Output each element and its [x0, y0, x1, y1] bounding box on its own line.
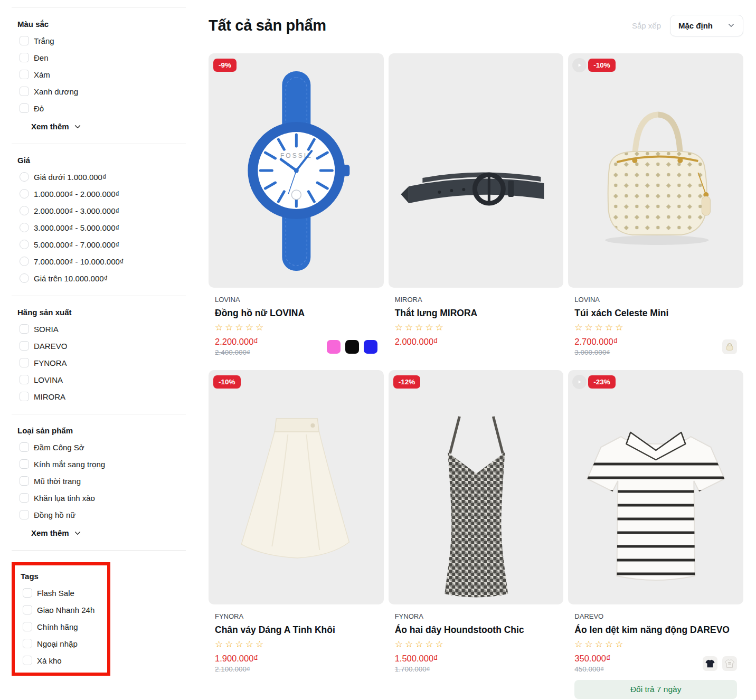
- checkbox[interactable]: [20, 358, 29, 367]
- filter-title-color: Màu sắc: [17, 20, 186, 29]
- checkbox[interactable]: [20, 459, 29, 469]
- product-card-skirt[interactable]: -10% FYNORA Chân váy Dáng A Tinh Khôi ☆☆…: [209, 370, 384, 699]
- price-row: 1.900.000₫ 2.100.000₫: [215, 654, 377, 673]
- product-price: 1.900.000₫: [215, 654, 258, 664]
- brand-option-soria[interactable]: SORIA: [17, 324, 186, 334]
- color-swatch-black[interactable]: [345, 340, 359, 354]
- radio[interactable]: [20, 223, 29, 232]
- price-range-option[interactable]: 1.000.000₫ - 2.000.000₫: [17, 189, 186, 198]
- filter-option-trang[interactable]: Trắng: [17, 36, 186, 45]
- product-price: 1.500.000₫: [395, 654, 438, 664]
- return-policy-badge[interactable]: Đổi trả 7 ngày: [574, 680, 737, 699]
- checkbox[interactable]: [20, 324, 29, 334]
- type-option[interactable]: Đồng hồ nữ: [17, 510, 186, 519]
- variant-thumbnails: [703, 656, 737, 671]
- checkbox[interactable]: [20, 103, 29, 113]
- radio[interactable]: [20, 240, 29, 249]
- rating-stars: ☆☆☆☆☆: [215, 322, 377, 333]
- checkbox[interactable]: [20, 476, 29, 486]
- brand-option-fynora[interactable]: FYNORA: [17, 358, 186, 367]
- type-option[interactable]: Kính mắt sang trọng: [17, 459, 186, 469]
- tag-option-flash-sale[interactable]: Flash Sale: [21, 588, 107, 598]
- belt-image: [389, 53, 564, 288]
- price-range-option[interactable]: Giá dưới 1.000.000₫: [17, 172, 186, 182]
- product-old-price: 450.000₫: [574, 665, 610, 673]
- brand-option-lovina[interactable]: LOVINA: [17, 375, 186, 384]
- price-range-option[interactable]: 5.000.000₫ - 7.000.000₫: [17, 240, 186, 249]
- checkbox[interactable]: [20, 87, 29, 96]
- filter-option-do[interactable]: Đỏ: [17, 103, 186, 113]
- filter-option-xanh-duong[interactable]: Xanh dương: [17, 87, 186, 96]
- page-title: Tất cả sản phẩm: [209, 17, 326, 34]
- type-option[interactable]: Mũ thời trang: [17, 476, 186, 486]
- tag-option-ngoai-nhap[interactable]: Ngoại nhập: [21, 639, 107, 648]
- checkbox[interactable]: [20, 53, 29, 62]
- type-option[interactable]: Khăn lụa tinh xào: [17, 493, 186, 503]
- price-range-option[interactable]: 3.000.000₫ - 5.000.000₫: [17, 223, 186, 232]
- checkbox[interactable]: [23, 622, 32, 631]
- checkbox[interactable]: [20, 375, 29, 384]
- product-photo-area: -12%: [389, 370, 564, 604]
- checkbox[interactable]: [23, 656, 32, 665]
- product-name[interactable]: Thắt lưng MIRORA: [395, 308, 557, 319]
- product-price: 2.000.000₫: [395, 337, 438, 347]
- page-header: Tất cả sản phẩm Sắp xếp Mặc định: [209, 0, 743, 37]
- checkbox[interactable]: [20, 36, 29, 45]
- radio[interactable]: [20, 172, 29, 182]
- checkbox[interactable]: [20, 442, 29, 452]
- product-card-tanktop[interactable]: -12% FYNORA Áo hai dây Houndstooth Chic …: [389, 370, 564, 699]
- variant-thumb-bag[interactable]: [722, 339, 737, 354]
- checkbox[interactable]: [23, 605, 32, 614]
- checkbox[interactable]: [20, 493, 29, 503]
- color-swatch-pink[interactable]: [327, 340, 341, 354]
- product-old-price: 1.700.000₫: [395, 665, 438, 673]
- filter-option-xam[interactable]: Xám: [17, 70, 186, 79]
- rating-stars: ☆☆☆☆☆: [395, 322, 557, 333]
- radio[interactable]: [20, 273, 29, 283]
- sort-selected-value: Mặc định: [678, 21, 713, 30]
- filter-title-price: Giá: [17, 156, 186, 165]
- radio[interactable]: [20, 189, 29, 198]
- radio[interactable]: [20, 206, 29, 215]
- checkbox[interactable]: [20, 70, 29, 79]
- tag-option-xa-kho[interactable]: Xả kho: [21, 656, 107, 665]
- sort-control: Sắp xếp Mặc định: [632, 15, 743, 36]
- product-name[interactable]: Chân váy Dáng A Tinh Khôi: [215, 625, 377, 636]
- show-more-colors-button[interactable]: Xem thêm: [31, 122, 81, 131]
- checkbox[interactable]: [20, 510, 29, 519]
- show-more-types-button[interactable]: Xem thêm: [31, 528, 81, 537]
- tag-option-giao-nhanh[interactable]: Giao Nhanh 24h: [21, 605, 107, 614]
- discount-badge: -23%: [588, 375, 616, 389]
- product-card-belt[interactable]: MIRORA Thắt lưng MIRORA ☆☆☆☆☆ 2.000.000₫: [389, 53, 564, 356]
- tag-option-chinh-hang[interactable]: Chính hãng: [21, 622, 107, 631]
- checkbox[interactable]: [20, 341, 29, 351]
- price-row: 350.000₫ 450.000₫: [574, 654, 737, 673]
- product-name[interactable]: Áo hai dây Houndstooth Chic: [395, 625, 557, 636]
- sort-dropdown[interactable]: Mặc định: [670, 15, 743, 36]
- brand-option-darevo[interactable]: DAREVO: [17, 341, 186, 351]
- price-range-option[interactable]: 7.000.000₫ - 10.000.000₫: [17, 257, 186, 266]
- price-row: 2.000.000₫: [395, 337, 557, 347]
- filter-option-den[interactable]: Đen: [17, 53, 186, 62]
- price-range-option[interactable]: 2.000.000₫ - 3.000.000₫: [17, 206, 186, 215]
- product-card-handbag[interactable]: -10% LOVINA Túi xách Celeste Mini ☆☆☆☆☆ …: [568, 53, 743, 356]
- type-option[interactable]: Đầm Công Sở: [17, 442, 186, 452]
- radio[interactable]: [20, 257, 29, 266]
- divider: [12, 296, 186, 296]
- checkbox[interactable]: [23, 588, 32, 598]
- checkbox[interactable]: [23, 639, 32, 648]
- brand-option-mirora[interactable]: MIRORA: [17, 392, 186, 401]
- discount-badge: -10%: [588, 59, 616, 72]
- product-card-watch[interactable]: FOSSIL -9% LOVINA Đồng hồ nữ LOVINA ☆☆☆☆…: [209, 53, 384, 356]
- checkbox[interactable]: [20, 392, 29, 401]
- product-name[interactable]: Đồng hồ nữ LOVINA: [215, 308, 377, 319]
- product-photo-area: -10%: [568, 53, 743, 288]
- product-name[interactable]: Áo len dệt kim năng động DAREVO: [574, 625, 737, 636]
- product-card-knit-tee[interactable]: -23% DAREVO Áo len dệt kim năng động DAR…: [568, 370, 743, 699]
- product-name[interactable]: Túi xách Celeste Mini: [574, 308, 737, 319]
- price-range-option[interactable]: Giá trên 10.000.000₫: [17, 273, 186, 283]
- product-brand: MIRORA: [395, 296, 557, 304]
- variant-thumb-light-tee[interactable]: [722, 656, 737, 671]
- color-swatch-blue[interactable]: [364, 340, 377, 354]
- variant-thumb-dark-tee[interactable]: [703, 656, 717, 671]
